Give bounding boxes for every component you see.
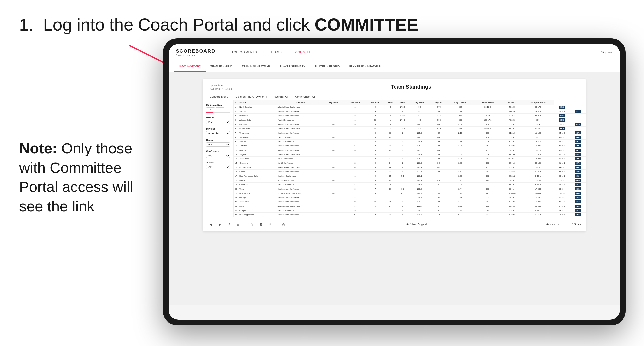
table-cell: -3.5 [430,157,447,161]
table-cell: -6.2 [409,114,430,118]
min-rounds-min[interactable]: 4 [206,107,215,111]
table-cell: 9-24-0 [522,170,554,174]
region-select[interactable]: N/A [206,142,230,147]
table-cell: 27-17-1 [554,178,570,182]
division-select[interactable]: NCAA Division I [206,131,230,136]
col-conference: Conference [276,100,323,105]
table-cell: -4.4 [409,127,430,131]
fullscreen-icon[interactable]: ⛶ [562,221,569,228]
table-cell: Southeastern Conference [276,200,323,204]
clock-icon[interactable]: ◷ [280,221,287,228]
table-cell: 1 [344,157,366,161]
forward-icon[interactable]: ▶ [216,221,223,228]
table-cell: 203 [447,114,473,118]
table-cell: — [323,178,344,182]
table-cell: 100-17-1 [473,118,502,122]
col-rank: # [234,100,238,105]
table-cell: 39-23-1 [554,140,570,144]
nav-tournaments[interactable]: TOURNAMENTS [225,44,264,61]
watch-button[interactable]: 👁 Watch ▾ [546,223,560,226]
table-cell: 49.34 [570,178,586,182]
table-cell: 18-12-1 [522,135,554,140]
sub-nav-team-h2h-heatmap[interactable]: TEAM H2H HEATMAP [237,61,275,72]
table-cell: 7 [366,208,384,213]
table-row: 17East Tennessee StateSouthern Conferenc… [234,174,586,178]
table-cell: 1.90 [447,148,473,153]
table-row: 14OklahomaBig 12 Conference—24242276.93.… [234,161,586,165]
home-icon[interactable]: ⌂ [235,221,241,228]
table-cell: 79-25-1 [502,118,522,122]
table-cell: 56-5-0 [522,114,554,118]
nav-teams[interactable]: TEAMS [264,44,288,61]
school-select[interactable]: (All) [206,165,230,169]
table-cell: 3.8 [430,161,447,165]
table-cell: 8 [366,213,384,217]
table-cell: 1.21 [447,208,473,213]
gender-select[interactable]: Men's [206,120,230,124]
table-cell: 42.98 [570,204,586,208]
conference-filter: Conference: All [295,95,315,98]
table-cell: New Mexico [238,191,276,195]
table-cell: 4 [396,170,409,174]
sub-nav-player-h2h-grid[interactable]: PLAYER H2H GRID [310,61,345,72]
table-cell: 59.47 [570,165,586,170]
table-cell: 60.71 [570,148,586,153]
table-cell: 276.9 [409,161,430,165]
table-cell: 275.9 [409,131,430,135]
conference-select[interactable]: (All) [206,154,230,158]
table-row: 12VirginiaAtlantic Coast Conference—3821… [234,153,586,157]
refresh-icon[interactable]: ↺ [226,221,232,228]
table-cell: 262 [473,122,502,127]
table-cell: 215 [473,191,502,195]
table-cell: 1 [384,118,397,122]
min-rounds-filter-group: Minimum Rou... 4 30 [206,104,230,113]
table-cell: 271 [473,178,502,182]
sub-nav-team-summary[interactable]: TEAM SUMMARY [174,61,206,72]
sub-nav-player-summary[interactable]: PLAYER SUMMARY [275,61,310,72]
table-cell: 12-14-1 [522,122,554,127]
panel-title: Team Standings [243,84,579,90]
table-cell: — [430,187,447,191]
table-cell: 9 [344,200,366,204]
sub-nav-team-h2h-grid[interactable]: TEAM H2H GRID [206,61,237,72]
sub-nav-player-h2h-heatmap[interactable]: PLAYER H2H HEATMAP [345,61,386,72]
back-icon[interactable]: ◀ [207,221,214,228]
min-rounds-slider[interactable] [206,112,230,113]
table-cell: 46.42 [570,200,586,204]
sign-out-button[interactable]: Sign out [601,50,612,54]
copy-icon[interactable]: ⊞ [258,221,264,228]
bookmark-icon[interactable]: ☆ [248,221,255,228]
table-cell: Vanderbilt [238,114,276,118]
table-cell: 8 [366,144,384,148]
table-row: 15Georgia TechAtlantic Coast Conference—… [234,165,586,170]
table-cell: 38-17-1 [554,148,570,153]
table-cell: 96-29-2 [473,127,502,131]
table-cell: 11 [234,148,238,153]
col-avg-low: Avg. Low Rd. [447,100,473,105]
table-cell: 34-25-2 [554,170,570,174]
share-icon-small[interactable]: ↗ [266,221,273,228]
table-cell: 59-39-1 [502,195,522,200]
table-cell: 5 [234,122,238,127]
app-navbar: SCOREBOARD Powered by clippd TOURNAMENTS… [169,44,620,61]
share-button[interactable]: ↗ Share [571,223,581,226]
view-original-button[interactable]: 👁 View: Original [404,222,430,227]
table-cell: Southeastern Conference [276,122,323,127]
table-cell: 30-15-1 [522,161,554,165]
min-rounds-max[interactable]: 30 [216,107,224,111]
table-cell: Atlantic Coast Conference [276,105,323,109]
table-cell: — [323,213,344,217]
table-cell: -1.8 [430,213,447,217]
table-cell: 87.21 [570,109,586,114]
table-row: 25OregonPac-12 Conference—57210279.5-3.1… [234,208,586,213]
col-vs-top50: Vs Top 50 Points [522,100,554,105]
table-cell: 3 [344,153,366,157]
share-icon: ↗ [571,223,573,226]
nav-committee[interactable]: COMMITTEE [288,44,322,61]
table-cell: 274.8 [409,122,430,127]
table-cell: 2.70 [430,105,447,109]
division-filter-label: Division [206,128,230,130]
table-cell: 80.9 [554,127,570,131]
table-cell: 4 [234,118,238,122]
left-filters: Minimum Rou... 4 30 Gender [202,100,234,217]
